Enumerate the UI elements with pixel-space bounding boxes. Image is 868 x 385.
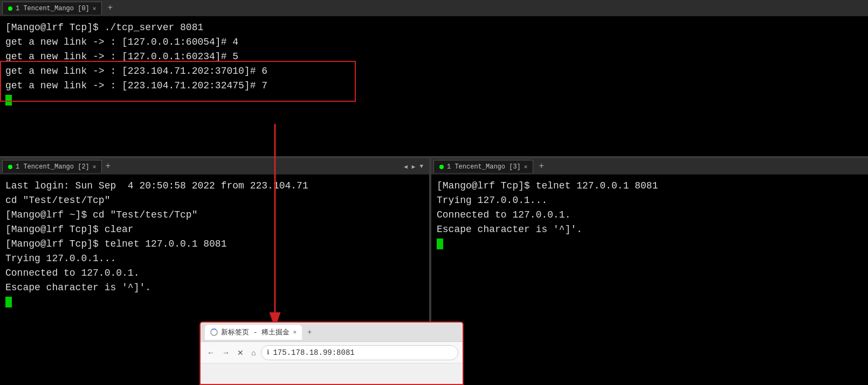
top-line-2: get a new link -> : [127.0.0.1:60054]# 4 [5,35,863,50]
bottom-left-tab-bar-inner: 1 Tencent_Mango [2] ✕ + ◀ ▶ ▼ [2,160,427,173]
scroll-left-icon[interactable]: ◀ [402,163,409,170]
top-line-4: get a new link -> : [223.104.71.202:3701… [5,64,863,79]
browser-forward-button[interactable]: → [220,347,232,358]
dropdown-icon[interactable]: ▼ [418,163,425,170]
bottom-left-add-tab-icon[interactable]: + [102,162,114,171]
top-line-3: get a new link -> : [127.0.0.1:60234]# 5 [5,50,863,64]
bl-line-2: cd "Test/test/Tcp" [5,193,424,208]
browser-tab-close-icon[interactable]: ✕ [293,328,297,335]
bottom-right-tab-bar: 1 Tencent_Mango [3] ✕ + [431,158,868,174]
tab-dot-green [8,6,12,11]
bottom-right-tab-label: 1 Tencent_Mango [3] [447,163,521,171]
bl-line-8: Escape character is '^]'. [5,281,424,295]
browser-address-bar[interactable]: ℹ 175.178.18.99:8081 [261,345,458,360]
bl-cursor-line [5,295,424,310]
browser-nav-bar: ← → ✕ ⌂ ℹ 175.178.18.99:8081 [201,342,463,363]
top-cursor [5,95,12,106]
top-terminal-panel: 1 Tencent_Mango [0] ✕ + [Mango@lrf Tcp]$… [0,0,868,156]
br-cursor [437,239,443,249]
browser-info-icon: ℹ [267,348,270,356]
bottom-left-tab-bar: 1 Tencent_Mango [2] ✕ + ◀ ▶ ▼ [0,158,429,174]
bottom-right-tab-dot [439,165,444,169]
br-cursor-line [437,237,863,251]
top-tab-add-icon[interactable]: + [104,3,116,13]
bl-line-7: Connected to 127.0.0.1. [5,266,424,281]
bottom-left-tab-dot [8,165,12,169]
bl-line-5: [Mango@lrf Tcp]$ telnet 127.0.0.1 8081 [5,237,424,251]
browser-favicon-icon [210,328,218,336]
top-tab-bar: 1 Tencent_Mango [0] ✕ + [0,0,868,16]
br-line-4: Escape character is '^]'. [437,222,863,237]
bottom-right-add-tab-icon[interactable]: + [535,162,547,171]
bl-line-6: Trying 127.0.0.1... [5,251,424,266]
browser-tab-label: 新标签页 - 稀土掘金 [221,327,290,337]
browser-add-tab-icon[interactable]: + [304,328,315,337]
browser-reload-button[interactable]: ✕ [235,347,246,358]
bottom-right-panel: 1 Tencent_Mango [3] ✕ + [Mango@lrf Tcp]$… [431,158,868,385]
browser-back-button[interactable]: ← [205,347,217,358]
bottom-left-scroll-btns: ◀ ▶ ▼ [402,163,427,170]
bl-line-1: Last login: Sun Sep 4 20:50:58 2022 from… [5,179,424,193]
top-terminal-tab[interactable]: 1 Tencent_Mango [0] ✕ [2,2,102,15]
bottom-left-tab[interactable]: 1 Tencent_Mango [2] ✕ [2,160,102,173]
browser-title-bar: 新标签页 - 稀土掘金 ✕ + [201,323,463,342]
top-tab-label: 1 Tencent_Mango [0] [16,5,89,12]
scroll-right-icon[interactable]: ▶ [410,163,417,170]
bottom-left-tab-label: 1 Tencent_Mango [2] [16,163,89,171]
bl-cursor [5,297,12,307]
br-line-1: [Mango@lrf Tcp]$ telnet 127.0.0.1 8081 [437,179,863,193]
bottom-right-close-icon[interactable]: ✕ [524,163,528,170]
top-cursor-line [5,93,863,108]
browser-window: 新标签页 - 稀土掘金 ✕ + ← → ✕ ⌂ ℹ 175.178.18.99:… [199,321,464,385]
top-line-1: [Mango@lrf Tcp]$ ./tcp_server 8081 [5,20,863,35]
br-line-2: Trying 127.0.0.1... [437,193,863,208]
bottom-left-close-icon[interactable]: ✕ [93,163,97,170]
bl-line-3: [Mango@lrf ~]$ cd "Test/test/Tcp" [5,208,424,222]
br-line-3: Connected to 127.0.0.1. [437,208,863,222]
top-line-5: get a new link -> : [223.104.71.202:3247… [5,79,863,93]
browser-tab[interactable]: 新标签页 - 稀土掘金 ✕ [205,325,302,340]
browser-home-button[interactable]: ⌂ [249,347,258,358]
bottom-right-terminal-content[interactable]: [Mango@lrf Tcp]$ telnet 127.0.0.1 8081 T… [431,174,868,385]
bottom-right-tab[interactable]: 1 Tencent_Mango [3] ✕ [433,160,533,173]
top-tab-close-icon[interactable]: ✕ [93,5,97,12]
bl-line-4: [Mango@lrf Tcp]$ clear [5,222,424,237]
top-terminal-content[interactable]: [Mango@lrf Tcp]$ ./tcp_server 8081 get a… [0,16,868,156]
browser-url: 175.178.18.99:8081 [273,348,354,357]
